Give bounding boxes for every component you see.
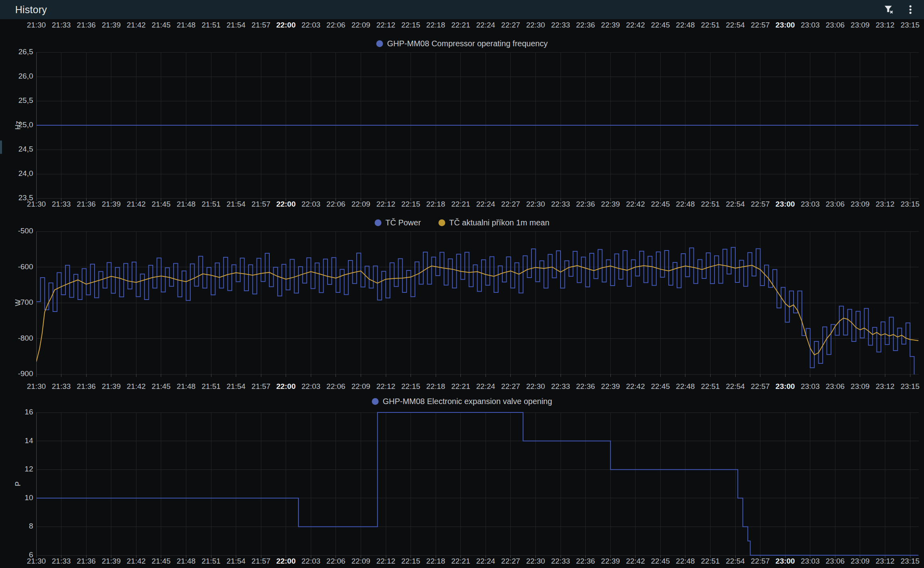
y-axis-unit-label: W xyxy=(14,300,22,306)
legend-item[interactable]: GHP-MM08 Electronic expansion valve open… xyxy=(372,397,552,406)
y-axis-unit-label: P xyxy=(14,481,22,486)
x-tick-label: 22:27 xyxy=(501,200,520,208)
series-ghp-mm08-electronic-expansion-valve-opening xyxy=(36,412,918,555)
x-tick-label: 22:03 xyxy=(302,557,321,565)
x-tick-label: 22:45 xyxy=(651,557,670,565)
top-time-axis-label: 21:57 xyxy=(251,21,270,29)
x-tick-label: 22:09 xyxy=(351,382,371,390)
x-tick-label: 22:12 xyxy=(376,382,395,390)
top-time-axis-label: 22:51 xyxy=(701,21,720,29)
x-tick-label: 22:27 xyxy=(501,382,520,390)
y-tick-label: -800 xyxy=(18,334,33,342)
x-tick-label: 21:54 xyxy=(227,382,246,390)
x-tick-label: 22:48 xyxy=(676,200,695,208)
x-tick-label: 22:09 xyxy=(351,557,371,565)
x-tick-label: 21:39 xyxy=(102,200,121,208)
x-tick-label: 21:36 xyxy=(77,200,96,208)
y-tick-label: 10 xyxy=(25,493,33,502)
x-tick-label: 22:18 xyxy=(426,200,445,208)
y-tick-label: 14 xyxy=(25,436,34,445)
x-tick-label: 21:57 xyxy=(251,557,270,565)
x-tick-label: 21:51 xyxy=(201,557,221,565)
x-tick-label: 22:42 xyxy=(626,382,645,390)
x-tick-label: 23:06 xyxy=(826,557,845,565)
x-tick-label: 23:03 xyxy=(801,200,820,208)
top-time-axis-label: 22:27 xyxy=(501,21,520,29)
x-tick-label: 22:51 xyxy=(701,200,720,208)
x-tick-label: 23:12 xyxy=(876,200,895,208)
x-tick-label: 21:42 xyxy=(127,200,146,208)
x-tick-label: 22:24 xyxy=(476,382,496,390)
top-time-axis-label: 21:33 xyxy=(52,21,71,29)
x-tick-label: 22:45 xyxy=(651,382,670,390)
y-tick-label: -600 xyxy=(18,262,33,271)
x-tick-label: 22:12 xyxy=(376,557,395,565)
x-tick-label: 22:33 xyxy=(551,382,570,390)
x-tick-label: 22:57 xyxy=(751,557,770,565)
legend-item[interactable]: TČ Power xyxy=(375,218,421,227)
legend-item[interactable]: TČ aktualni příkon 1m mean xyxy=(438,218,549,227)
x-tick-label: 21:54 xyxy=(227,557,246,565)
x-tick-label: 23:09 xyxy=(851,557,870,565)
legend-series-label: TČ aktualni příkon 1m mean xyxy=(449,218,549,227)
x-tick-label: 22:54 xyxy=(726,200,745,208)
chart-2[interactable] xyxy=(36,412,919,558)
x-tick-label: 22:36 xyxy=(576,382,595,390)
x-tick-label: 21:48 xyxy=(177,557,196,565)
history-charts-canvas[interactable]: 21:3021:3321:3621:3921:4221:4521:4821:51… xyxy=(0,0,924,568)
x-tick-label: 23:00 xyxy=(776,557,795,565)
x-tick-label: 22:06 xyxy=(326,382,346,390)
x-tick-label: 21:45 xyxy=(152,557,171,565)
top-time-axis-label: 23:03 xyxy=(801,21,820,29)
x-tick-label: 21:42 xyxy=(127,382,146,390)
x-tick-label: 22:21 xyxy=(451,382,470,390)
x-tick-label: 23:15 xyxy=(900,382,920,390)
y-tick-label: 24,0 xyxy=(18,169,33,178)
x-tick-label: 22:33 xyxy=(551,557,570,565)
legend-series-label: GHP-MM08 Compressor operating frequency xyxy=(387,39,547,48)
chart-0[interactable] xyxy=(36,52,919,201)
legend-item[interactable]: GHP-MM08 Compressor operating frequency xyxy=(376,39,547,48)
x-tick-label: 21:45 xyxy=(152,382,171,390)
x-tick-label: 21:57 xyxy=(251,200,270,208)
x-tick-label: 21:51 xyxy=(201,382,221,390)
x-tick-label: 22:30 xyxy=(526,200,545,208)
top-time-axis-label: 22:24 xyxy=(476,21,496,29)
x-tick-label: 22:39 xyxy=(601,382,620,390)
legend-series-dot-icon xyxy=(375,219,381,226)
x-tick-label: 22:42 xyxy=(626,200,645,208)
x-tick-label: 22:30 xyxy=(526,382,545,390)
x-tick-label: 22:24 xyxy=(476,200,496,208)
legend-series-dot-icon xyxy=(376,40,383,47)
x-tick-label: 22:12 xyxy=(376,200,395,208)
x-tick-label: 22:21 xyxy=(451,557,470,565)
x-tick-label: 21:57 xyxy=(251,382,270,390)
x-tick-label: 22:36 xyxy=(576,200,595,208)
x-tick-label: 22:06 xyxy=(326,557,346,565)
x-tick-label: 23:12 xyxy=(876,557,895,565)
x-tick-label: 22:39 xyxy=(601,557,620,565)
x-tick-label: 22:36 xyxy=(576,557,595,565)
top-time-axis-label: 22:33 xyxy=(551,21,570,29)
top-time-axis-label: 21:54 xyxy=(227,21,246,29)
x-tick-label: 22:03 xyxy=(302,200,321,208)
top-time-axis-label: 22:03 xyxy=(302,21,321,29)
legend-frequency-chart: GHP-MM08 Compressor operating frequency xyxy=(0,37,924,49)
x-tick-label: 22:15 xyxy=(401,382,421,390)
x-tick-label: 22:00 xyxy=(276,382,296,390)
x-tick-label: 21:30 xyxy=(27,557,46,565)
x-tick-label: 21:33 xyxy=(52,382,71,390)
top-time-axis-label: 21:36 xyxy=(77,21,96,29)
top-time-axis-label: 22:36 xyxy=(576,21,595,29)
y-tick-label: 25,5 xyxy=(18,96,33,105)
top-time-axis-label: 22:15 xyxy=(401,21,421,29)
top-time-axis-label: 21:39 xyxy=(102,21,121,29)
chart-1[interactable] xyxy=(36,231,919,377)
x-tick-label: 22:51 xyxy=(701,382,720,390)
x-tick-label: 21:54 xyxy=(227,200,246,208)
x-tick-label: 22:27 xyxy=(501,557,520,565)
x-tick-label: 22:15 xyxy=(401,200,421,208)
top-time-axis-label: 23:12 xyxy=(876,21,895,29)
legend-valve-chart: GHP-MM08 Electronic expansion valve open… xyxy=(0,395,924,407)
x-tick-label: 22:15 xyxy=(401,557,421,565)
